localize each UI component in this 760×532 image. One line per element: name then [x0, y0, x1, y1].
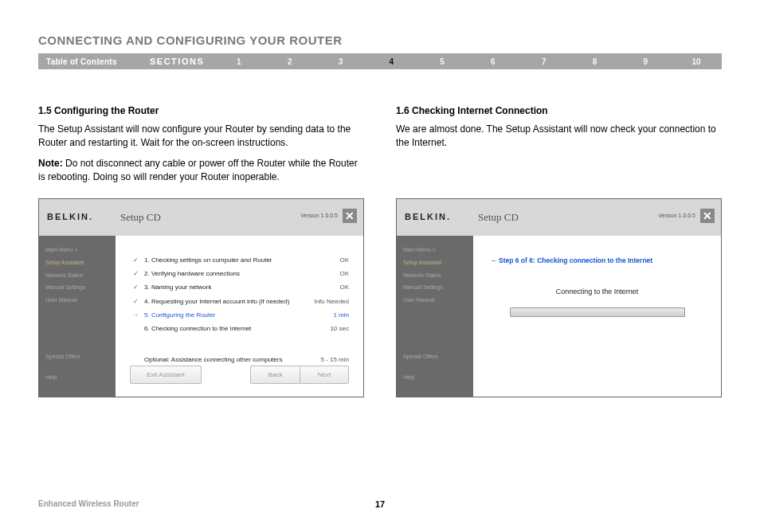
- content-columns: 1.5 Configuring the Router The Setup Ass…: [38, 104, 722, 397]
- shot-header: BELKIN. Setup CD Version 1.0.0.5 ✕: [397, 199, 721, 236]
- step-status: 1 min: [309, 311, 349, 319]
- step-6-heading: → Step 6 of 6: Checking connection to th…: [488, 256, 707, 266]
- side-network-status[interactable]: Network Status: [45, 269, 109, 282]
- check-icon: ✓: [130, 269, 141, 278]
- note-label: Note:: [38, 158, 63, 169]
- shot-sidebar: Main Menu > Setup Assistant Network Stat…: [397, 236, 473, 397]
- page-number: 17: [375, 499, 385, 509]
- side-main-menu[interactable]: Main Menu >: [403, 244, 467, 256]
- optional-row: Optional: Assistance connecting other co…: [130, 353, 349, 366]
- close-icon[interactable]: ✕: [343, 209, 357, 223]
- progress-bar: [510, 307, 685, 317]
- section-10[interactable]: 10: [689, 57, 703, 66]
- screenshot-left: BELKIN. Setup CD Version 1.0.0.5 ✕ Main …: [38, 198, 364, 397]
- toc-link[interactable]: Table of Contents: [38, 57, 150, 66]
- document-page: CONNECTING AND CONFIGURING YOUR ROUTER T…: [0, 0, 760, 397]
- side-main-menu[interactable]: Main Menu >: [45, 244, 109, 256]
- left-column: 1.5 Configuring the Router The Setup Ass…: [38, 104, 364, 397]
- side-help[interactable]: Help: [403, 371, 467, 384]
- side-setup-assistant[interactable]: Setup Assistant: [45, 256, 109, 269]
- page-footer: Enhanced Wireless Router 17: [38, 499, 722, 508]
- steps-list: ✓1. Checking settings on computer and Ro…: [130, 253, 349, 366]
- shot-header: BELKIN. Setup CD Version 1.0.0.5 ✕: [39, 199, 363, 236]
- right-paragraph-1: We are almost done. The Setup Assistant …: [396, 123, 722, 150]
- side-user-manual[interactable]: User Manual: [45, 294, 109, 307]
- step-row: →5. Configuring the Router1 min: [130, 308, 349, 322]
- sections-label: SECTIONS: [150, 57, 214, 66]
- step-row: ✓3. Naming your networkOK: [130, 280, 349, 294]
- left-paragraph-1: The Setup Assistant will now configure y…: [38, 123, 364, 150]
- side-manual-settings[interactable]: Manual Settings: [403, 281, 467, 294]
- step-text: 3. Naming your network: [141, 283, 309, 291]
- side-user-manual[interactable]: User Manual: [403, 294, 467, 307]
- section-9[interactable]: 9: [638, 57, 652, 66]
- next-button[interactable]: Next: [300, 366, 349, 384]
- section-6[interactable]: 6: [486, 57, 500, 66]
- step-status: 10 sec: [309, 324, 349, 333]
- check-icon: ✓: [130, 283, 141, 291]
- screenshot-right: BELKIN. Setup CD Version 1.0.0.5 ✕ Main …: [396, 198, 722, 397]
- step-row: ✓4. Requesting your Internet account inf…: [130, 295, 349, 308]
- side-special-offers[interactable]: Special Offers: [45, 350, 109, 363]
- step-text: 4. Requesting your Internet account info…: [141, 297, 309, 306]
- section-nav: Table of Contents SECTIONS 1 2 3 4 5 6 7…: [38, 53, 722, 69]
- shot-panel: → Step 6 of 6: Checking connection to th…: [473, 236, 721, 397]
- brand-logo: BELKIN.: [47, 211, 120, 223]
- check-icon: ✓: [130, 297, 141, 306]
- section-numbers: 1 2 3 4 5 6 7 8 9 10: [214, 57, 722, 66]
- section-1[interactable]: 1: [232, 57, 246, 66]
- version-label: Version 1.0.0.5: [658, 212, 695, 220]
- check-icon: ✓: [130, 256, 141, 264]
- step-status: OK: [309, 269, 349, 278]
- side-setup-assistant[interactable]: Setup Assistant: [403, 256, 467, 269]
- side-manual-settings[interactable]: Manual Settings: [45, 281, 109, 294]
- step-text: 5. Configuring the Router: [141, 311, 309, 319]
- section-3[interactable]: 3: [333, 57, 347, 66]
- step-row: 6. Checking connection to the internet10…: [130, 322, 349, 335]
- step-row: ✓2. Verifying hardware connectionsOK: [130, 267, 349, 280]
- right-column: 1.6 Checking Internet Connection We are …: [396, 104, 722, 397]
- optional-status: 5 - 15 min: [309, 355, 349, 364]
- step-status: OK: [309, 283, 349, 291]
- side-special-offers[interactable]: Special Offers: [403, 350, 467, 363]
- step-text: 6. Checking connection to the internet: [141, 324, 309, 333]
- note-text: Do not disconnect any cable or power off…: [38, 158, 358, 182]
- step-text: 1. Checking settings on computer and Rou…: [141, 256, 309, 264]
- section-8[interactable]: 8: [587, 57, 601, 66]
- shot-sidebar: Main Menu > Setup Assistant Network Stat…: [39, 236, 116, 397]
- close-icon[interactable]: ✕: [700, 209, 715, 223]
- back-button[interactable]: Back: [250, 366, 300, 384]
- section-4[interactable]: 4: [384, 57, 398, 66]
- side-help[interactable]: Help: [45, 371, 109, 384]
- product-name: Enhanced Wireless Router: [38, 499, 139, 508]
- section-5[interactable]: 5: [435, 57, 449, 66]
- version-label: Version 1.0.0.5: [300, 212, 338, 220]
- right-heading: 1.6 Checking Internet Connection: [396, 104, 722, 118]
- section-7[interactable]: 7: [537, 57, 551, 66]
- exit-button[interactable]: Exit Assistant: [130, 366, 202, 384]
- step-row: ✓1. Checking settings on computer and Ro…: [130, 253, 349, 267]
- button-row: Exit Assistant Back Next: [130, 366, 349, 384]
- step-status: OK: [309, 256, 349, 264]
- step-status: Info Needed: [309, 297, 349, 306]
- left-heading: 1.5 Configuring the Router: [38, 104, 364, 118]
- brand-logo: BELKIN.: [405, 211, 478, 223]
- left-note: Note: Do not disconnect any cable or pow…: [38, 157, 364, 184]
- connecting-message: Connecting to the Internet: [488, 287, 707, 297]
- arrow-icon: →: [130, 311, 141, 319]
- shot-panel: ✓1. Checking settings on computer and Ro…: [116, 236, 363, 397]
- page-title: CONNECTING AND CONFIGURING YOUR ROUTER: [38, 33, 722, 47]
- optional-text: Optional: Assistance connecting other co…: [141, 355, 309, 364]
- section-2[interactable]: 2: [283, 57, 297, 66]
- side-network-status[interactable]: Network Status: [403, 269, 467, 282]
- step-6-text: Step 6 of 6: Checking connection to the …: [499, 256, 652, 266]
- step-text: 2. Verifying hardware connections: [141, 269, 309, 278]
- arrow-icon: →: [488, 256, 499, 266]
